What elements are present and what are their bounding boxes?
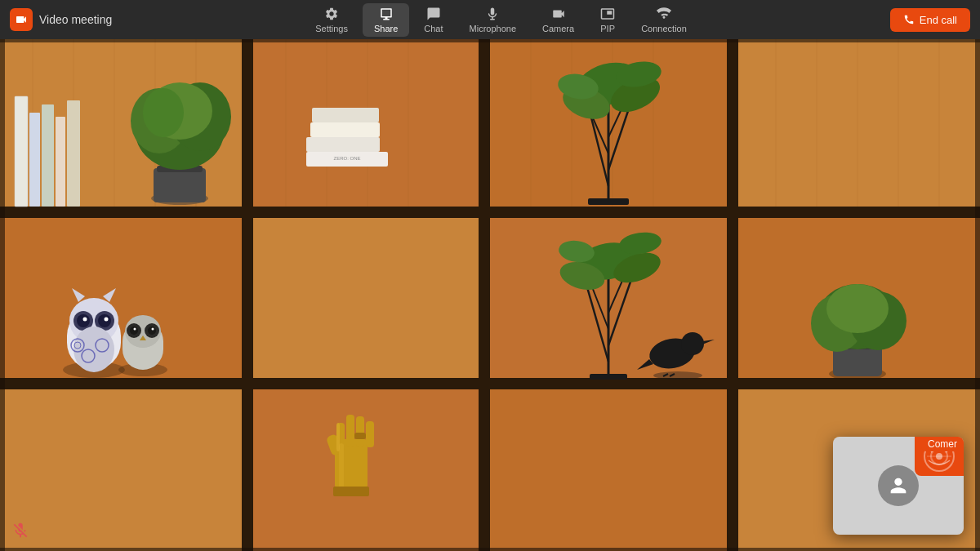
svg-rect-30 [242,39,253,551]
svg-rect-52 [310,122,380,137]
main-video-area: WILD THING ZERO: ONE [0,39,980,551]
svg-rect-33 [0,207,980,218]
connection-label: Connection [641,24,687,33]
svg-point-117 [826,284,889,333]
svg-point-71 [77,314,90,327]
participant-name: Comer [921,437,964,451]
settings-button[interactable]: Settings [304,3,359,37]
svg-rect-129 [975,39,980,551]
svg-point-91 [152,328,154,331]
svg-rect-35 [15,96,28,207]
svg-rect-10 [490,389,727,551]
share-button[interactable]: Share [363,3,409,37]
app-logo [10,8,33,31]
svg-rect-51 [306,137,380,152]
svg-point-104 [653,371,702,380]
svg-rect-31 [479,39,490,551]
connection-icon [657,7,671,21]
svg-point-73 [83,318,87,322]
svg-rect-3 [738,39,980,207]
svg-rect-124 [354,433,366,439]
connection-button[interactable]: Connection [630,3,698,37]
camera-label: Camera [542,24,574,33]
svg-rect-127 [333,487,369,496]
svg-rect-4 [0,218,242,378]
svg-point-88 [130,327,138,335]
topbar-center: Settings Share Chat Microphone [304,3,698,37]
app-title: Video meeting [39,13,112,26]
share-icon [379,7,394,21]
settings-icon [324,7,339,21]
svg-rect-130 [0,39,980,42]
share-label: Share [374,24,398,33]
pip-label: PIP [600,24,615,33]
pip-window[interactable]: Comer [833,437,964,535]
svg-rect-43 [154,168,206,202]
svg-rect-32 [727,39,738,551]
svg-rect-98 [590,374,627,380]
topbar: Video meeting Settings Share Chat [0,0,980,39]
end-call-label: End call [920,14,957,26]
svg-rect-5 [253,218,479,378]
topbar-left: Video meeting [10,8,112,31]
microphone-label: Microphone [470,24,516,33]
svg-rect-126 [339,443,344,488]
settings-label: Settings [315,24,348,33]
svg-rect-121 [356,416,364,447]
mic-muted-indicator [11,522,29,543]
svg-rect-41 [67,100,80,207]
topbar-right: End call [890,8,970,32]
svg-rect-38 [29,113,40,207]
svg-rect-8 [0,389,242,551]
microphone-icon [485,7,500,21]
svg-point-89 [148,327,156,335]
camera-button[interactable]: Camera [531,3,586,37]
chat-label: Chat [424,24,443,33]
svg-point-90 [134,328,136,331]
svg-point-78 [74,327,114,372]
svg-point-74 [105,318,109,322]
pip-button[interactable]: PIP [589,3,626,37]
end-call-button[interactable]: End call [890,8,970,32]
svg-rect-39 [42,104,54,207]
svg-rect-53 [312,108,379,122]
person-icon [887,474,910,497]
end-call-icon [903,14,915,25]
svg-rect-131 [0,548,980,551]
svg-text:ZERO: ONE: ZERO: ONE [333,156,360,161]
svg-rect-34 [0,378,980,389]
microphone-button[interactable]: Microphone [458,3,528,37]
svg-point-49 [143,88,184,137]
chat-icon [426,7,441,21]
camera-icon [551,7,566,21]
svg-rect-128 [0,39,5,551]
svg-point-109 [681,332,704,355]
mic-muted-icon [11,522,29,540]
svg-rect-120 [346,415,354,447]
pip-avatar [878,465,919,506]
chat-button[interactable]: Chat [412,3,454,37]
pip-icon [600,7,615,21]
svg-rect-40 [56,117,65,207]
svg-rect-122 [366,421,374,447]
svg-point-72 [98,314,111,327]
svg-rect-60 [588,198,629,205]
